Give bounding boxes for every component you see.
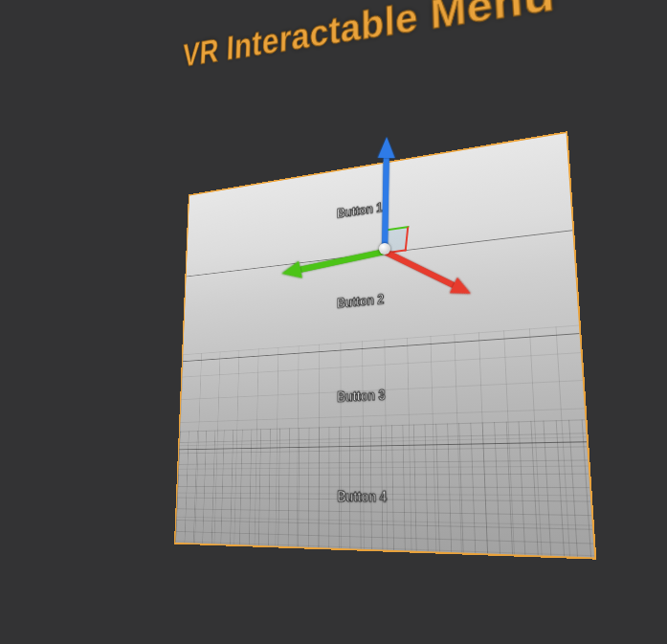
menu-button-2-label: Button 2 — [337, 292, 384, 311]
menu-button-4-label: Button 4 — [337, 489, 387, 505]
menu-button-4[interactable]: Button 4 — [175, 442, 594, 558]
panel-title: VR Interactable Menu — [105, 0, 667, 85]
menu-panel-wrap: Button 1 Button 2 Button 3 Button 4 — [360, 266, 667, 644]
menu-panel[interactable]: Button 1 Button 2 Button 3 Button 4 — [174, 131, 596, 559]
menu-button-1-label: Button 1 — [337, 201, 383, 221]
menu-button-3-label: Button 3 — [337, 389, 385, 406]
viewport-3d[interactable]: VR Interactable Menu Button 1 Button 2 B… — [0, 0, 667, 644]
